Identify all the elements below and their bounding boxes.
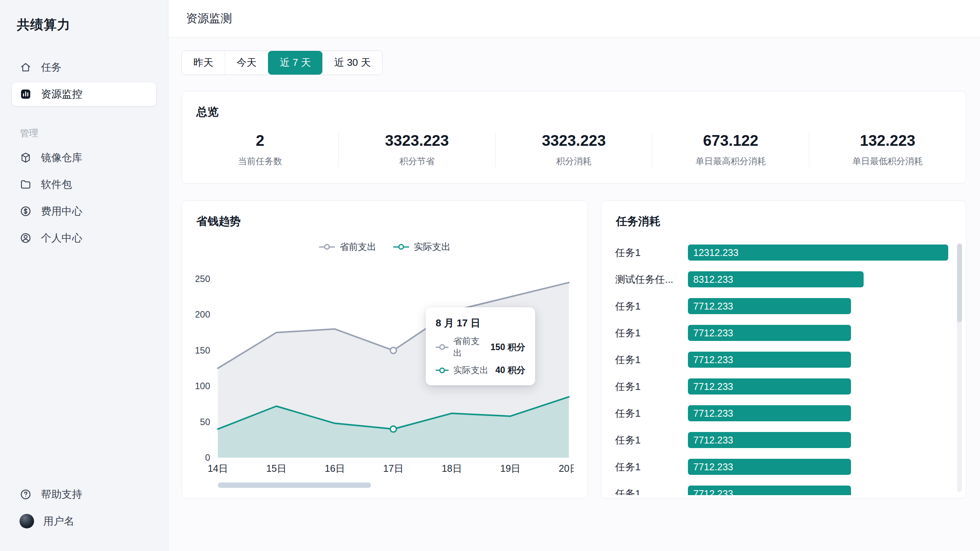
folder-icon (20, 178, 32, 191)
legend-item[interactable]: 实际支出 (393, 241, 451, 253)
stat-2: 3323.223积分消耗 (495, 132, 652, 167)
sidebar-item-label: 费用中心 (41, 204, 82, 218)
task-label: 任务1 (615, 460, 688, 474)
task-row: 任务17712.233 (615, 320, 948, 346)
task-row: 任务17712.233 (615, 293, 948, 320)
sidebar-item-packages[interactable]: 软件包 (11, 172, 157, 197)
task-label: 任务1 (615, 434, 688, 447)
sidebar-item-label: 镜像仓库 (41, 151, 82, 165)
svg-text:250: 250 (196, 274, 210, 284)
sidebar-item-username[interactable]: 用户名 (11, 509, 157, 533)
sidebar-item-label: 用户名 (43, 514, 74, 528)
sidebar-nav-main: 任务资源监控 (11, 55, 157, 109)
overview-title: 总览 (182, 91, 966, 126)
savings-trend-card: 省钱趋势 省前支出实际支出 05010015020025014日15日16日17… (181, 201, 588, 499)
tooltip-series-value: 150 积分 (490, 341, 525, 353)
task-bar-area: 7712.233 (688, 459, 948, 475)
task-row: 任务17712.233 (615, 400, 948, 427)
svg-text:150: 150 (196, 345, 210, 355)
stat-1: 3323.223积分节省 (338, 132, 495, 167)
stat-label: 当前任务数 (182, 155, 338, 167)
task-bar[interactable]: 7712.233 (688, 405, 851, 421)
stat-4: 132.223单日最低积分消耗 (809, 132, 966, 167)
task-bar-area: 7712.233 (688, 405, 948, 421)
task-row: 任务17712.233 (615, 427, 948, 453)
chart-hscrollbar (196, 483, 574, 488)
overview-card: 总览 2当前任务数3323.223积分节省3323.223积分消耗673.122… (181, 91, 966, 184)
filter-tab-0[interactable]: 昨天 (182, 51, 225, 75)
stat-3: 673.122单日最高积分消耗 (652, 132, 809, 167)
chart-tooltip: 8 月 17 日 省前支出150 积分实际支出40 积分 (426, 307, 535, 385)
task-label: 任务1 (615, 300, 688, 313)
task-bar[interactable]: 7712.233 (688, 378, 851, 395)
task-bar-area: 7712.233 (688, 325, 948, 341)
task-bar[interactable]: 7712.233 (688, 432, 851, 448)
stat-value: 673.122 (652, 132, 809, 149)
legend-label: 实际支出 (414, 241, 451, 253)
task-vscrollbar (957, 243, 962, 492)
stat-label: 积分节省 (339, 155, 495, 167)
stat-value: 132.223 (809, 132, 966, 149)
stat-0: 2当前任务数 (182, 132, 338, 167)
task-consumption-title: 任务消耗 (601, 201, 966, 235)
task-label: 任务1 (615, 326, 688, 340)
cube-icon (20, 152, 32, 164)
sidebar-item-help[interactable]: 帮助支持 (11, 482, 157, 507)
svg-text:16日: 16日 (325, 463, 345, 474)
filter-tab-3[interactable]: 近 30 天 (322, 51, 382, 75)
sidebar-item-profile[interactable]: 个人中心 (11, 226, 157, 250)
svg-text:19日: 19日 (500, 463, 521, 474)
task-bar-area: 7712.233 (688, 432, 948, 448)
task-bar-area: 7712.233 (688, 298, 948, 314)
page-title: 资源监测 (186, 11, 232, 26)
chart-legend: 省前支出实际支出 (196, 241, 574, 253)
app-title: 共绩算力 (11, 16, 157, 34)
chart-tooltip-rows: 省前支出150 积分实际支出40 积分 (436, 335, 525, 376)
tooltip-series-name: 实际支出 (453, 364, 488, 376)
tooltip-row: 省前支出150 积分 (436, 335, 525, 359)
task-rows: 任务112312.233测试任务任...8312.233任务17712.233任… (601, 235, 966, 495)
sidebar-footer: 帮助支持用户名 (11, 482, 157, 536)
task-label: 任务1 (615, 353, 688, 367)
task-bar[interactable]: 7712.233 (688, 325, 851, 341)
sidebar-item-billing[interactable]: 费用中心 (11, 199, 157, 223)
series-marker-icon (436, 344, 449, 350)
task-bar[interactable]: 7712.233 (688, 486, 851, 495)
sidebar-item-tasks[interactable]: 任务 (11, 55, 157, 80)
sidebar-item-label: 任务 (41, 60, 62, 74)
chart-icon (20, 88, 32, 100)
dollar-icon (20, 205, 32, 217)
tooltip-series-value: 40 积分 (495, 364, 525, 376)
sidebar-item-image-repo[interactable]: 镜像仓库 (11, 145, 157, 170)
svg-text:100: 100 (196, 381, 210, 391)
stat-value: 3323.223 (496, 132, 652, 149)
filter-tab-1[interactable]: 今天 (225, 51, 268, 75)
sidebar-item-label: 帮助支持 (41, 487, 82, 501)
task-bar[interactable]: 7712.233 (688, 459, 851, 475)
stat-label: 单日最高积分消耗 (652, 155, 809, 167)
task-bar-area: 7712.233 (688, 486, 948, 495)
sidebar-item-label: 个人中心 (41, 231, 82, 245)
home-icon (20, 61, 32, 73)
task-row: 任务17712.233 (615, 480, 948, 495)
svg-text:50: 50 (200, 417, 210, 427)
filter-tab-2[interactable]: 近 7 天 (268, 51, 322, 75)
chart-hscrollbar-thumb[interactable] (218, 483, 371, 488)
task-bar[interactable]: 12312.233 (688, 245, 948, 261)
svg-text:17日: 17日 (383, 463, 403, 474)
task-vscrollbar-thumb[interactable] (957, 244, 962, 322)
sidebar: 共绩算力 任务资源监控 管理 镜像仓库软件包费用中心个人中心 帮助支持用户名 (0, 0, 168, 551)
task-label: 任务1 (615, 407, 688, 420)
svg-text:20日: 20日 (559, 463, 574, 474)
series-marker-icon (436, 367, 449, 373)
task-consumption-card: 任务消耗 任务112312.233测试任务任...8312.233任务17712… (601, 201, 966, 499)
stat-label: 单日最低积分消耗 (809, 155, 966, 167)
stat-label: 积分消耗 (496, 155, 652, 167)
sidebar-item-resource-monitor[interactable]: 资源监控 (11, 82, 157, 106)
legend-item[interactable]: 省前支出 (319, 241, 376, 253)
task-bar[interactable]: 7712.233 (688, 298, 851, 314)
tooltip-row: 实际支出40 积分 (436, 364, 525, 376)
task-row: 任务17712.233 (615, 453, 948, 480)
task-bar[interactable]: 8312.233 (688, 271, 864, 287)
task-bar[interactable]: 7712.233 (688, 352, 851, 368)
